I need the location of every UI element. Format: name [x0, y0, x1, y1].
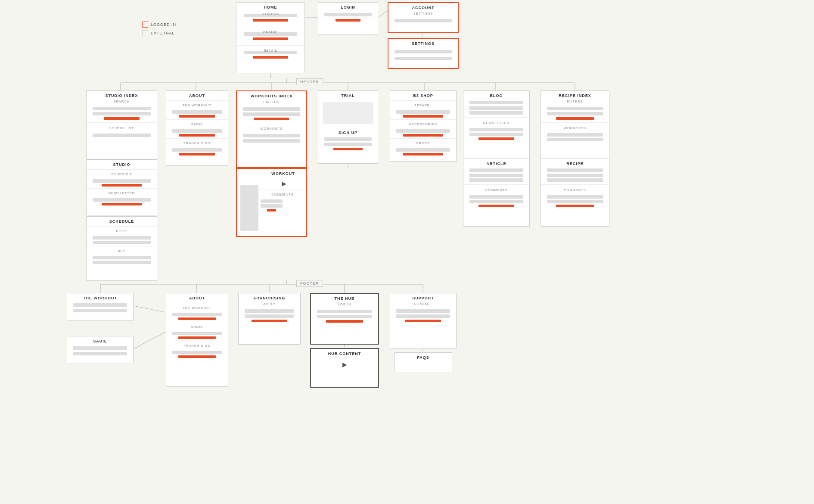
- account-subtitle: SETTINGS: [388, 11, 458, 17]
- sadie-footer-node: SADIE: [67, 336, 134, 364]
- faqs-title: FAQS: [395, 353, 452, 361]
- the-workout-about-label: THE WORKOUT: [166, 103, 228, 109]
- the-workout-footer-title: THE WORKOUT: [67, 293, 133, 301]
- sadie-about-label: SADIE: [166, 121, 228, 128]
- studio-title: STUDIO: [87, 160, 157, 168]
- logged-in-legend-box: [142, 22, 148, 28]
- studio-index-subtitle: SEARCH: [87, 99, 157, 105]
- recipe-title: RECIPE: [541, 159, 609, 167]
- online-label: ONLINE: [240, 30, 301, 34]
- workouts-recipe-label: WORKOUTS: [541, 125, 609, 132]
- login-title: LOGIN: [318, 3, 378, 10]
- the-hub-node: THE HUB LOG IN: [310, 293, 379, 345]
- franchising-footer-node: FRANCHISING APPLY: [238, 293, 301, 345]
- home-title: HOME: [236, 3, 304, 10]
- hub-content-title: HUB CONTENT: [311, 349, 378, 357]
- about-footer-node: ABOUT THE WORKOUT SADIE FRANCHISING: [166, 293, 228, 387]
- blog-node: BLOG NEWSLETTER: [463, 90, 530, 162]
- svg-line-1: [378, 11, 388, 17]
- about-node: ABOUT THE WORKOUT SADIE FRANCHISING: [166, 90, 228, 166]
- the-workout-footer-node: THE WORKOUT: [67, 293, 134, 321]
- recipe-comments-label: COMMENTS: [541, 187, 609, 194]
- studio-node: STUDIO SCHEDULE NEWSLETTER: [86, 159, 157, 215]
- studio-index-node: STUDIO INDEX SEARCH STUDIO LIST: [86, 90, 157, 159]
- article-comments-label: COMMENTS: [463, 187, 529, 194]
- apparel-label: APPAREL: [390, 103, 456, 109]
- props-label: PROPS: [390, 140, 456, 147]
- b3-shop-node: B3 SHOP APPAREL ACCESSORIES PROPS: [390, 90, 457, 162]
- article-node: ARTICLE COMMENTS: [463, 159, 530, 227]
- login-node: LOGIN: [318, 2, 378, 34]
- about-title: ABOUT: [166, 91, 228, 99]
- franchising-footer-title: FRANCHISING: [239, 293, 300, 301]
- newsletter-blog-label: NEWSLETTER: [463, 120, 529, 127]
- workout-node: WORKOUT ▶ COMMENTS: [236, 168, 307, 237]
- log-in-label: LOG IN: [311, 302, 378, 308]
- franchising-about-label: FRANCHISING: [166, 140, 228, 147]
- about-footer-title: ABOUT: [166, 293, 228, 301]
- workout-title: WORKOUT: [237, 169, 306, 177]
- footer-label: FOOTER: [296, 280, 323, 287]
- faqs-node: FAQS: [394, 352, 452, 373]
- workouts-index-node: WORKOUTS INDEX FILTERS WORKOUTS: [236, 90, 307, 168]
- svg-line-38: [134, 306, 166, 312]
- apply-label: APPLY: [239, 301, 300, 308]
- trial-node: TRIAL SIGN UP: [318, 90, 378, 164]
- support-node: SUPPORT CONTACT: [390, 293, 457, 349]
- header-label: HEADER: [296, 78, 323, 85]
- buy-label: BUY: [87, 248, 157, 255]
- retail-label: RETAIL: [240, 49, 301, 53]
- schedule-title: SCHEDULE: [87, 217, 157, 224]
- workouts-index-subtitle: FILTERS: [237, 99, 306, 106]
- svg-line-39: [134, 332, 166, 349]
- logged-in-label: LOGGED IN: [151, 22, 176, 27]
- schedule-node: SCHEDULE BOOK BUY: [86, 216, 157, 281]
- schedule-studio-label: SCHEDULE: [87, 171, 157, 178]
- legend: LOGGED IN EXTERNAL: [142, 22, 176, 39]
- newsletter-studio-label: NEWSLETTER: [87, 190, 157, 197]
- the-hub-title: THE HUB: [311, 294, 378, 302]
- sadie-footer-title: SADIE: [67, 336, 133, 344]
- the-workout-about-footer-label: THE WORKOUT: [166, 305, 228, 311]
- support-title: SUPPORT: [390, 293, 456, 301]
- recipe-index-title: RECIPE INDEX: [541, 91, 609, 99]
- studio-index-title: STUDIO INDEX: [87, 91, 157, 99]
- trial-title: TRIAL: [318, 91, 378, 99]
- b3-shop-title: B3 SHOP: [390, 91, 456, 99]
- studio-list-label: STUDIO LIST: [87, 125, 157, 132]
- studios-label: STUDIOS: [240, 12, 301, 16]
- workouts-index-title: WORKOUTS INDEX: [237, 91, 306, 99]
- settings-title: SETTINGS: [388, 39, 458, 47]
- article-title: ARTICLE: [463, 159, 529, 167]
- workouts-label: WORKOUTS: [237, 126, 306, 132]
- sign-up-title: SIGN UP: [318, 127, 378, 136]
- recipe-index-node: RECIPE INDEX FILTERS WORKOUTS: [541, 90, 609, 162]
- recipe-index-subtitle: FILTERS: [541, 99, 609, 105]
- book-label: BOOK: [87, 228, 157, 235]
- recipe-node: RECIPE COMMENTS: [541, 159, 609, 227]
- accessories-label: ACCESSORIES: [390, 121, 456, 128]
- blog-title: BLOG: [463, 91, 529, 99]
- hub-content-node: HUB CONTENT ▶: [310, 348, 379, 388]
- franchising-about-footer-label: FRANCHISING: [166, 343, 228, 349]
- contact-label: CONTACT: [390, 301, 456, 308]
- hub-play-icon: ▶: [311, 357, 378, 372]
- account-node: ACCOUNT SETTINGS: [388, 2, 459, 33]
- sadie-about-footer-label: SADIE: [166, 324, 228, 330]
- settings-node: SETTINGS: [388, 38, 459, 69]
- account-title: ACCOUNT: [388, 3, 458, 11]
- external-label: EXTERNAL: [151, 31, 175, 35]
- external-legend-box: [142, 30, 148, 36]
